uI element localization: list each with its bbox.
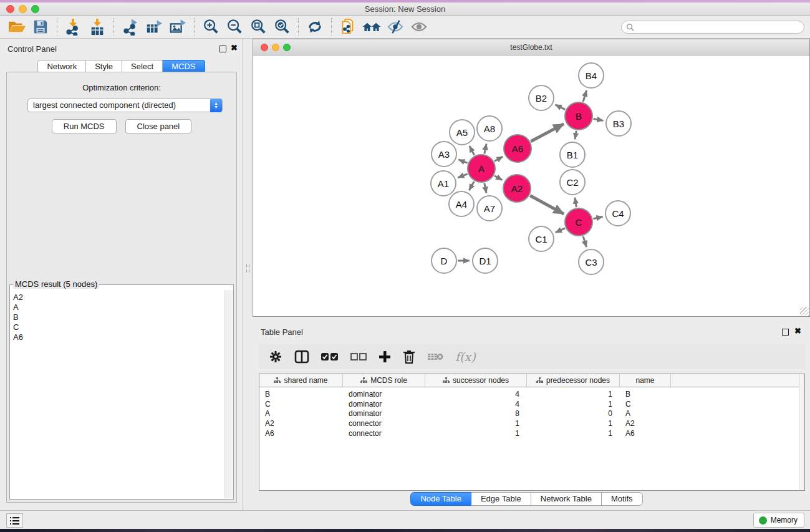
first-neighbors-icon[interactable]: [360, 17, 383, 37]
graph-node-C[interactable]: C: [564, 208, 593, 236]
graph-node-B4[interactable]: B4: [578, 62, 604, 89]
graph-node-A[interactable]: A: [467, 154, 496, 183]
mcds-result-item[interactable]: A: [13, 302, 224, 312]
graph-node-A7[interactable]: A7: [476, 195, 503, 221]
graph-node-B[interactable]: B: [564, 102, 593, 130]
column-header-successor-nodes[interactable]: successor nodes: [425, 374, 527, 387]
deselect-all-rows-icon[interactable]: [350, 349, 367, 365]
export-table-icon[interactable]: [142, 17, 166, 37]
column-header-name[interactable]: name: [620, 374, 671, 387]
column-header-shared-name[interactable]: shared name: [259, 374, 343, 387]
column-header-predecessor-nodes[interactable]: predecessor nodes: [527, 374, 620, 387]
hide-selected-icon[interactable]: [383, 17, 407, 37]
tab-network[interactable]: Network: [37, 60, 86, 73]
cell-shared-name[interactable]: A2: [259, 419, 343, 429]
edge-C-C1[interactable]: [556, 228, 565, 233]
graph-node-A4[interactable]: A4: [448, 191, 475, 217]
edge-C-C3[interactable]: [583, 236, 586, 247]
graph-node-A3[interactable]: A3: [431, 141, 457, 167]
cell-successor-nodes[interactable]: 4: [425, 400, 527, 410]
mcds-list-scrollbar[interactable]: [224, 290, 233, 498]
graph-node-A2[interactable]: A2: [503, 174, 531, 203]
graph-node-A6[interactable]: A6: [503, 134, 532, 163]
cell-predecessor-nodes[interactable]: 1: [527, 400, 620, 410]
search-input[interactable]: [637, 22, 804, 32]
tab-motifs[interactable]: Motifs: [602, 492, 643, 506]
table-row[interactable]: Bdominator41B: [259, 390, 804, 400]
cell-shared-name[interactable]: B: [259, 390, 343, 400]
edge-A-A2[interactable]: [494, 176, 503, 180]
edge-B-B1[interactable]: [575, 131, 576, 140]
zoom-in-icon[interactable]: [199, 17, 223, 37]
column-settings-gear-icon[interactable]: [269, 349, 282, 365]
cell-MCDS-role[interactable]: dominator: [343, 390, 425, 400]
close-table-panel-icon[interactable]: ✖: [794, 326, 801, 336]
optimization-criterion-select[interactable]: largest connected component (directed) ▲…: [27, 99, 223, 112]
graph-node-B1[interactable]: B1: [559, 142, 586, 168]
graph-node-B2[interactable]: B2: [528, 85, 554, 111]
cell-name[interactable]: C: [620, 400, 671, 410]
table-row[interactable]: Cdominator41C: [259, 400, 804, 410]
graph-node-D1[interactable]: D1: [472, 248, 498, 274]
cell-shared-name[interactable]: A: [259, 409, 343, 419]
run-mcds-button[interactable]: Run MCDS: [52, 119, 117, 133]
import-network-from-file-icon[interactable]: [62, 17, 85, 37]
mcds-result-item[interactable]: A2: [13, 293, 224, 302]
tab-edge-table[interactable]: Edge Table: [471, 492, 531, 506]
cell-name[interactable]: B: [620, 390, 671, 400]
zoom-out-icon[interactable]: [223, 17, 246, 37]
edge-A2-C[interactable]: [530, 195, 564, 214]
show-all-icon[interactable]: [407, 17, 431, 37]
graph-node-C3[interactable]: C3: [578, 249, 604, 275]
edge-C-C2[interactable]: [575, 198, 576, 208]
table-scrollbar[interactable]: [799, 374, 804, 490]
edge-A6-B[interactable]: [531, 124, 564, 142]
delete-columns-icon[interactable]: [403, 349, 415, 365]
function-builder-icon[interactable]: f(x): [455, 349, 476, 365]
float-table-panel-icon[interactable]: [782, 329, 789, 336]
cell-successor-nodes[interactable]: 4: [425, 390, 527, 400]
toggle-column-display-icon[interactable]: [294, 349, 309, 365]
search-field[interactable]: [621, 21, 804, 34]
zoom-selected-region-icon[interactable]: [270, 17, 294, 37]
edge-A-A7[interactable]: [485, 183, 486, 193]
edge-A-A8[interactable]: [485, 143, 486, 153]
table-row[interactable]: A2connector11A2: [259, 419, 804, 429]
tab-mcds[interactable]: MCDS: [163, 60, 205, 73]
cell-name[interactable]: A2: [620, 419, 671, 429]
cell-shared-name[interactable]: A6: [259, 429, 343, 439]
graph-node-B3[interactable]: B3: [605, 110, 632, 137]
cell-MCDS-role[interactable]: connector: [343, 419, 425, 429]
open-session-icon[interactable]: [5, 17, 29, 37]
memory-button[interactable]: Memory: [753, 513, 804, 528]
cell-name[interactable]: A: [620, 409, 671, 419]
duplicate-network-icon[interactable]: [336, 17, 360, 37]
edge-C-C4[interactable]: [593, 216, 602, 218]
cell-shared-name[interactable]: C: [259, 400, 343, 410]
mcds-result-item[interactable]: C: [13, 322, 224, 332]
save-session-icon[interactable]: [29, 17, 52, 37]
cell-MCDS-role[interactable]: dominator: [343, 409, 425, 419]
edge-B-B2[interactable]: [556, 105, 566, 110]
graph-node-C4[interactable]: C4: [605, 200, 631, 226]
tab-node-table[interactable]: Node Table: [410, 492, 471, 506]
mcds-result-item[interactable]: A6: [13, 332, 224, 342]
cell-successor-nodes[interactable]: 1: [425, 419, 527, 429]
float-panel-icon[interactable]: [219, 46, 226, 52]
create-new-column-icon[interactable]: [378, 349, 391, 365]
tab-select[interactable]: Select: [122, 60, 163, 73]
tab-style[interactable]: Style: [86, 60, 122, 73]
cell-name[interactable]: A6: [620, 429, 671, 439]
close-panel-icon[interactable]: ✖: [231, 43, 238, 52]
tab-network-table[interactable]: Network Table: [531, 492, 602, 506]
graph-node-C1[interactable]: C1: [528, 226, 554, 252]
import-table-from-file-icon[interactable]: [85, 17, 109, 37]
cell-successor-nodes[interactable]: 1: [425, 429, 527, 439]
graph-node-D[interactable]: D: [431, 248, 457, 274]
edge-A-A1[interactable]: [458, 174, 467, 178]
cell-predecessor-nodes[interactable]: 1: [527, 390, 620, 400]
export-network-icon[interactable]: [118, 17, 142, 37]
apply-preferred-layout-icon[interactable]: [303, 17, 327, 37]
mcds-result-item[interactable]: B: [13, 312, 224, 322]
table-row[interactable]: A6connector11A6: [259, 429, 804, 439]
